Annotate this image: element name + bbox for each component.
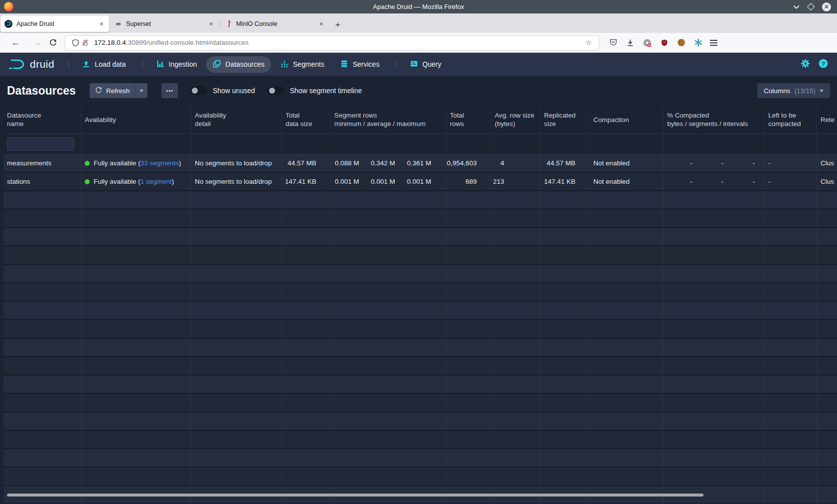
column-header-segment_rows[interactable]: Segment rowsminimum / average / maximum	[331, 106, 446, 133]
nav-item-query[interactable]: Query	[404, 56, 448, 73]
close-window-icon[interactable]: ✕	[822, 2, 831, 11]
nav-item-label: Load data	[95, 60, 126, 68]
empty-cell	[282, 320, 331, 338]
empty-cell	[81, 247, 191, 264]
column-header-compaction[interactable]: Compaction	[590, 106, 664, 133]
table-row	[3, 449, 837, 468]
empty-cell	[541, 302, 590, 319]
nav-item-load-data[interactable]: Load data	[76, 56, 132, 73]
menu-hamburger-icon[interactable]	[710, 40, 717, 46]
datasource-name-filter-input[interactable]	[7, 137, 74, 151]
tab-close-icon[interactable]: ×	[208, 20, 215, 28]
refresh-interval-dropdown-button[interactable]	[135, 83, 147, 98]
empty-cell	[446, 265, 491, 282]
empty-cell	[3, 265, 81, 282]
nav-item-datasources[interactable]: Datasources	[206, 56, 271, 73]
empty-cell	[817, 468, 837, 485]
refresh-button[interactable]: Refresh	[90, 83, 135, 98]
show-unused-toggle[interactable]	[190, 86, 207, 95]
cookie-icon[interactable]	[676, 38, 686, 48]
table-header-row: DatasourcenameAvailabilityAvailabilityde…	[3, 106, 837, 133]
empty-cell	[491, 449, 541, 467]
bookmark-star-icon[interactable]: ☆	[583, 38, 594, 47]
reload-button[interactable]	[48, 38, 58, 48]
url-bar[interactable]: 172.18.0.4:30899/unified-console.html#da…	[65, 35, 599, 50]
column-header-availability[interactable]: Availability	[81, 106, 191, 133]
empty-cell	[191, 357, 282, 375]
segments-link[interactable]: 33 segments	[140, 159, 179, 167]
empty-cell	[664, 394, 765, 411]
empty-cell	[491, 468, 541, 485]
tab-close-icon[interactable]: ×	[318, 20, 325, 28]
empty-cell	[590, 339, 664, 356]
columns-dropdown-button[interactable]: Columns (13/15)	[757, 83, 830, 98]
minio-favicon-icon	[224, 20, 232, 28]
empty-cell	[446, 283, 491, 301]
empty-cell	[664, 302, 765, 319]
column-header-replicated_size[interactable]: Replicatedsize	[541, 106, 590, 133]
insecure-lock-icon[interactable]	[80, 38, 90, 48]
nav-item-services[interactable]: Services	[334, 56, 386, 73]
nav-item-ingestion[interactable]: Ingestion	[150, 56, 204, 73]
empty-cell	[282, 394, 331, 411]
nav-divider	[68, 59, 69, 69]
empty-cell	[765, 431, 817, 448]
url-text[interactable]: 172.18.0.4:30899/unified-console.html#da…	[94, 39, 583, 46]
column-header-avg_row_size[interactable]: Avg. row size(bytes)	[491, 106, 541, 133]
empty-cell	[81, 449, 191, 467]
tab-apache-druid[interactable]: Apache Druid ×	[0, 15, 109, 32]
more-actions-button[interactable]: •••	[161, 83, 178, 98]
back-button[interactable]: ←	[5, 38, 26, 48]
empty-cell	[331, 339, 446, 356]
empty-cell	[817, 357, 837, 375]
pocket-icon[interactable]	[608, 38, 618, 48]
column-header-total_data_size[interactable]: Totaldata size	[282, 106, 331, 133]
horizontal-scrollbar[interactable]	[7, 494, 703, 497]
tab-separator	[219, 19, 220, 28]
asterisk-extension-icon[interactable]	[693, 38, 703, 48]
empty-cell	[282, 449, 331, 467]
tracking-shield-icon[interactable]	[70, 38, 80, 48]
column-header-total_rows[interactable]: Totalrows	[446, 106, 491, 133]
empty-cell	[446, 357, 491, 375]
druid-logo[interactable]: druid	[7, 58, 54, 71]
tab-superset[interactable]: ∞ Superset ×	[110, 15, 219, 32]
empty-cell	[491, 302, 541, 319]
tab-minio-console[interactable]: MinIO Console ×	[220, 15, 329, 32]
list-tabs-chevron-icon[interactable]	[793, 5, 800, 9]
ublock-shield-icon[interactable]	[659, 38, 669, 48]
nav-item-segments[interactable]: Segments	[274, 56, 331, 73]
filter-cell-name	[3, 134, 81, 154]
empty-cell	[81, 376, 191, 393]
extension-icon[interactable]	[642, 38, 652, 48]
column-header-name[interactable]: Datasourcename	[3, 106, 81, 133]
superset-favicon-icon: ∞	[114, 20, 122, 28]
help-icon[interactable]: ?	[819, 59, 828, 70]
column-header-retention[interactable]: Rete	[817, 106, 837, 133]
empty-cell	[664, 376, 765, 393]
table-row	[3, 283, 837, 302]
settings-gear-icon[interactable]	[801, 59, 810, 70]
availability-status-dot	[85, 179, 90, 184]
empty-cell	[541, 320, 590, 338]
downloads-icon[interactable]	[625, 38, 635, 48]
empty-cell	[541, 339, 590, 356]
cell-pct_compacted: ---	[664, 154, 765, 172]
segments-link[interactable]: 1 segment	[140, 178, 172, 185]
empty-cell	[590, 449, 664, 467]
druid-brand-text: druid	[30, 58, 54, 70]
show-segment-timeline-toggle[interactable]	[267, 86, 284, 95]
table-row	[3, 412, 837, 431]
new-tab-button[interactable]: +	[329, 20, 346, 30]
empty-cell	[282, 412, 331, 430]
column-header-left_to_be_compacted[interactable]: Left to becompacted	[765, 106, 817, 133]
tab-label: Apache Druid	[16, 20, 98, 27]
restore-window-icon[interactable]	[807, 3, 815, 11]
column-header-pct_compacted[interactable]: % Compactedbytes / segments / intervals	[664, 106, 765, 133]
tab-close-icon[interactable]: ×	[98, 20, 105, 28]
cell-total_data_size: 44.57 MB	[282, 154, 331, 172]
column-header-detail[interactable]: Availabilitydetail	[191, 106, 282, 133]
forward-button[interactable]: →	[26, 38, 48, 48]
ingestion-icon	[156, 60, 164, 69]
empty-cell	[331, 376, 446, 393]
